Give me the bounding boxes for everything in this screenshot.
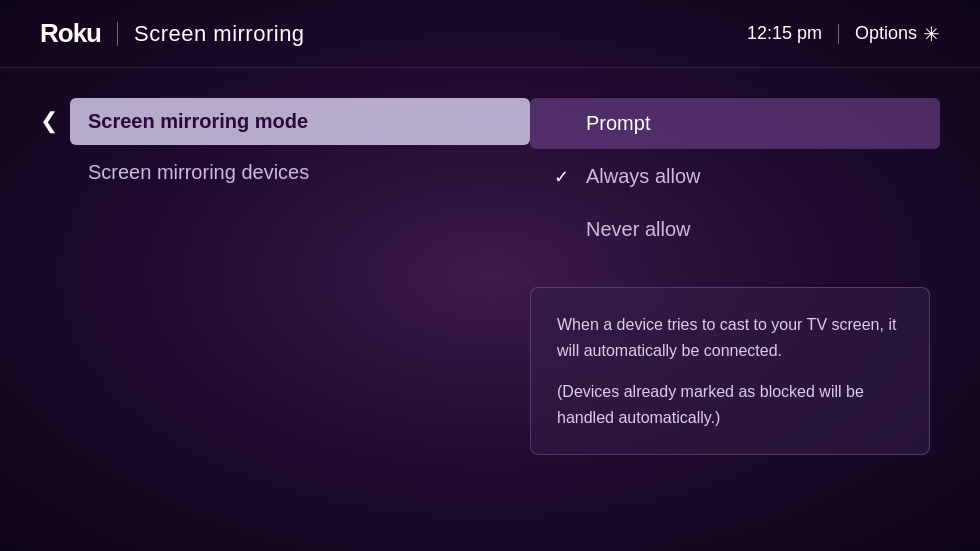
check-icon-always-allow: ✓ — [554, 166, 574, 188]
option-always-allow-label: Always allow — [586, 165, 700, 188]
back-button[interactable]: ❮ — [40, 108, 58, 134]
left-panel: ❮ Screen mirroring mode Screen mirroring… — [40, 98, 530, 455]
header-title: Screen mirroring — [134, 21, 305, 47]
description-line1: When a device tries to cast to your TV s… — [557, 312, 903, 363]
option-prompt-label: Prompt — [586, 112, 650, 135]
header-divider — [117, 22, 118, 46]
back-icon: ❮ — [40, 108, 58, 133]
menu-item-screen-mirroring-devices[interactable]: Screen mirroring devices — [70, 149, 530, 196]
options-button[interactable]: Options ✳ — [855, 22, 940, 46]
option-prompt[interactable]: Prompt — [530, 98, 940, 149]
options-icon: ✳ — [923, 22, 940, 46]
options-label: Options — [855, 23, 917, 44]
main-content: ❮ Screen mirroring mode Screen mirroring… — [0, 68, 980, 485]
option-never-allow-label: Never allow — [586, 218, 690, 241]
header-divider-right — [838, 24, 839, 44]
description-line2: (Devices already marked as blocked will … — [557, 379, 903, 430]
header-time: 12:15 pm — [747, 23, 822, 44]
menu-item-screen-mirroring-mode[interactable]: Screen mirroring mode — [70, 98, 530, 145]
option-always-allow[interactable]: ✓ Always allow — [530, 151, 940, 202]
option-never-allow[interactable]: Never allow — [530, 204, 940, 255]
description-box: When a device tries to cast to your TV s… — [530, 287, 930, 455]
menu-items: Screen mirroring mode Screen mirroring d… — [70, 98, 530, 200]
header-right: 12:15 pm Options ✳ — [747, 22, 940, 46]
right-panel: Prompt ✓ Always allow Never allow When a… — [530, 98, 940, 455]
roku-logo: Roku — [40, 18, 101, 49]
header: Roku Screen mirroring 12:15 pm Options ✳ — [0, 0, 980, 68]
